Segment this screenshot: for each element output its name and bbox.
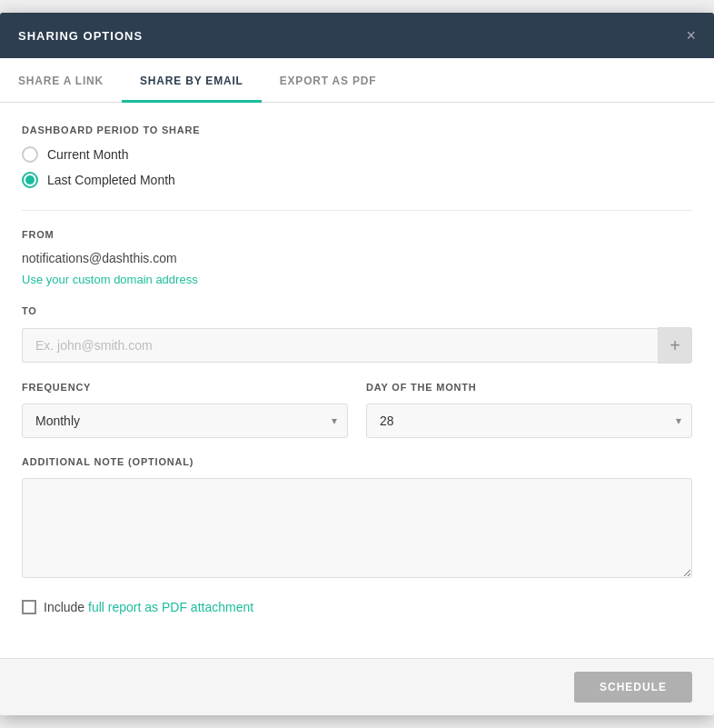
modal-body: DASHBOARD PERIOD TO SHARE Current Month … (0, 125, 714, 658)
day-of-month-label: DAY OF THE MONTH (366, 382, 692, 393)
schedule-button[interactable]: SCHEDULE (574, 672, 692, 703)
radio-current-month-input[interactable] (22, 146, 38, 163)
tab-share-email[interactable]: SHARE BY EMAIL (122, 58, 262, 103)
from-label: FROM (22, 229, 692, 240)
frequency-select[interactable]: Daily Weekly Monthly Quarterly (22, 404, 348, 438)
additional-note-section: ADDITIONAL NOTE (OPTIONAL) (22, 456, 692, 582)
additional-note-textarea[interactable] (22, 478, 692, 578)
day-of-month-select[interactable]: 1234 5678 9101112 13141516 17181920 2122… (366, 404, 692, 438)
email-input-row: + (22, 327, 692, 364)
modal-header: SHARING OPTIONS × (0, 13, 714, 58)
email-input[interactable] (22, 328, 658, 363)
radio-last-completed-month-label: Last Completed Month (47, 173, 175, 187)
radio-current-month-label: Current Month (47, 147, 128, 162)
pdf-attachment-checkbox[interactable] (22, 600, 36, 614)
add-email-button[interactable]: + (658, 327, 692, 364)
modal-title: SHARING OPTIONS (18, 29, 143, 43)
pdf-attachment-label-prefix: Include (44, 600, 88, 614)
day-of-month-select-wrapper: 1234 5678 9101112 13141516 17181920 2122… (366, 404, 692, 438)
to-section: TO + (22, 305, 692, 364)
tab-export-pdf[interactable]: EXPORT AS PDF (262, 58, 395, 103)
radio-current-month[interactable]: Current Month (22, 146, 692, 163)
modal-footer: SCHEDULE (0, 658, 714, 715)
from-address: notifications@dashthis.com (22, 251, 692, 265)
tabs-container: SHARE A LINK SHARE BY EMAIL EXPORT AS PD… (0, 58, 714, 103)
to-label: TO (22, 305, 692, 316)
divider (22, 210, 692, 211)
pdf-attachment-label-link: full report as PDF attachment (88, 600, 253, 614)
close-button[interactable]: × (686, 27, 696, 44)
frequency-select-wrapper: Daily Weekly Monthly Quarterly ▾ (22, 404, 348, 438)
additional-note-label: ADDITIONAL NOTE (OPTIONAL) (22, 456, 692, 467)
radio-last-completed-month-input[interactable] (22, 172, 38, 188)
tab-share-link[interactable]: SHARE A LINK (0, 58, 122, 103)
pdf-attachment-row: Include full report as PDF attachment (22, 600, 692, 614)
pdf-attachment-label: Include full report as PDF attachment (44, 600, 253, 614)
sharing-options-modal: SHARING OPTIONS × SHARE A LINK SHARE BY … (0, 13, 714, 715)
custom-domain-link[interactable]: Use your custom domain address (22, 273, 198, 286)
dashboard-period-section: DASHBOARD PERIOD TO SHARE Current Month … (22, 125, 692, 188)
day-of-month-section: DAY OF THE MONTH 1234 5678 9101112 13141… (366, 382, 692, 438)
dashboard-period-label: DASHBOARD PERIOD TO SHARE (22, 125, 692, 135)
frequency-section: FREQUENCY Daily Weekly Monthly Quarterly… (22, 382, 348, 438)
from-section: FROM notifications@dashthis.com Use your… (22, 229, 692, 287)
frequency-label: FREQUENCY (22, 382, 348, 393)
frequency-row: FREQUENCY Daily Weekly Monthly Quarterly… (22, 382, 692, 438)
radio-last-completed-month[interactable]: Last Completed Month (22, 172, 692, 188)
